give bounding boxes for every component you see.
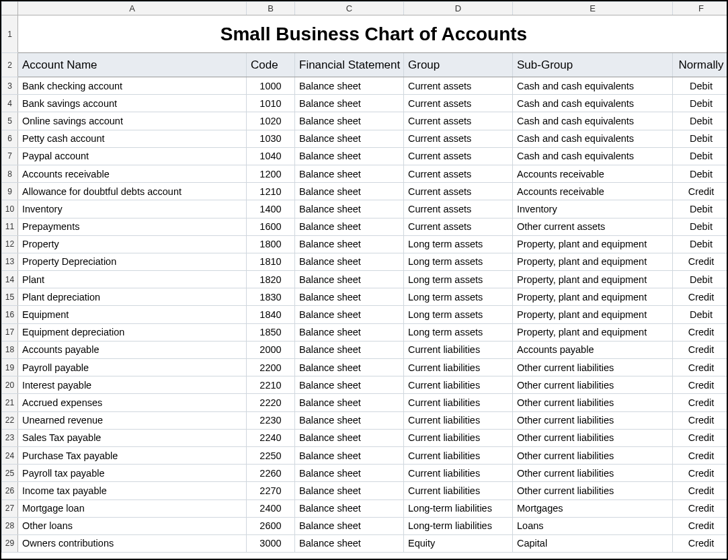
cell-group[interactable]: Current liabilities [404, 394, 513, 411]
cell-group[interactable]: Current assets [404, 183, 513, 200]
row-header-2[interactable]: 2 [2, 53, 18, 77]
cell-account-name[interactable]: Prepayments [18, 218, 247, 235]
cell-group[interactable]: Current assets [404, 165, 513, 182]
cell-normally[interactable]: Debit [673, 200, 729, 218]
cell-code[interactable]: 3000 [247, 534, 295, 552]
cell-code[interactable]: 2000 [247, 341, 295, 358]
cell-financial-statement[interactable]: Balance sheet [295, 429, 404, 446]
cell-account-name[interactable]: Paypal account [18, 147, 247, 165]
row-header-15[interactable]: 15 [2, 288, 18, 306]
row-header-22[interactable]: 22 [2, 411, 18, 429]
cell-account-name[interactable]: Plant depreciation [18, 288, 247, 306]
cell-normally[interactable]: Debit [673, 218, 729, 235]
cell-code[interactable]: 1600 [247, 218, 295, 235]
cell-normally[interactable]: Credit [673, 465, 729, 482]
cell-financial-statement[interactable]: Balance sheet [295, 394, 404, 411]
cell-sub-group[interactable]: Cash and cash equivalents [513, 112, 673, 130]
cell-normally[interactable]: Debit [673, 271, 729, 288]
cell-group[interactable]: Current liabilities [404, 376, 513, 394]
cell-financial-statement[interactable]: Balance sheet [295, 446, 404, 464]
row-header-13[interactable]: 13 [2, 253, 18, 270]
cell-code[interactable]: 2200 [247, 359, 295, 376]
cell-code[interactable]: 1820 [247, 271, 295, 288]
col-header-C[interactable]: C [295, 2, 404, 15]
cell-financial-statement[interactable]: Balance sheet [295, 376, 404, 394]
cell-group[interactable]: Current liabilities [404, 429, 513, 446]
row-header-20[interactable]: 20 [2, 376, 18, 394]
cell-normally[interactable]: Credit [673, 411, 729, 429]
cell-normally[interactable]: Credit [673, 253, 729, 270]
cell-normally[interactable]: Debit [673, 112, 729, 130]
cell-group[interactable]: Current liabilities [404, 465, 513, 482]
cell-normally[interactable]: Credit [673, 341, 729, 358]
cell-sub-group[interactable]: Property, plant and equipment [513, 235, 673, 253]
cell-account-name[interactable]: Owners contributions [18, 534, 247, 552]
cell-normally[interactable]: Debit [673, 95, 729, 112]
cell-sub-group[interactable]: Other current assets [513, 218, 673, 235]
cell-normally[interactable]: Debit [673, 235, 729, 253]
cell-sub-group[interactable]: Other current liabilities [513, 411, 673, 429]
cell-code[interactable]: 1850 [247, 323, 295, 341]
cell-financial-statement[interactable]: Balance sheet [295, 77, 404, 95]
header-sub-group[interactable]: Sub-Group [513, 53, 673, 77]
cell-sub-group[interactable]: Cash and cash equivalents [513, 130, 673, 147]
cell-account-name[interactable]: Bank checking account [18, 77, 247, 95]
row-header-25[interactable]: 25 [2, 465, 18, 482]
cell-sub-group[interactable]: Inventory [513, 200, 673, 218]
cell-financial-statement[interactable]: Balance sheet [295, 218, 404, 235]
cell-code[interactable]: 1810 [247, 253, 295, 270]
cell-account-name[interactable]: Accrued expenses [18, 394, 247, 411]
cell-financial-statement[interactable]: Balance sheet [295, 482, 404, 499]
cell-financial-statement[interactable]: Balance sheet [295, 165, 404, 182]
cell-code[interactable]: 2250 [247, 446, 295, 464]
cell-sub-group[interactable]: Other current liabilities [513, 465, 673, 482]
header-normally[interactable]: Normally [673, 53, 729, 77]
cell-financial-statement[interactable]: Balance sheet [295, 517, 404, 534]
cell-code[interactable]: 2240 [247, 429, 295, 446]
cell-code[interactable]: 2230 [247, 411, 295, 429]
cell-code[interactable]: 2400 [247, 499, 295, 517]
cell-group[interactable]: Current assets [404, 218, 513, 235]
col-header-B[interactable]: B [247, 2, 295, 15]
cell-group[interactable]: Current liabilities [404, 482, 513, 499]
cell-financial-statement[interactable]: Balance sheet [295, 112, 404, 130]
cell-account-name[interactable]: Bank savings account [18, 95, 247, 112]
cell-group[interactable]: Long term assets [404, 288, 513, 306]
cell-sub-group[interactable]: Other current liabilities [513, 446, 673, 464]
cell-normally[interactable]: Credit [673, 359, 729, 376]
cell-financial-statement[interactable]: Balance sheet [295, 359, 404, 376]
cell-account-name[interactable]: Petty cash account [18, 130, 247, 147]
cell-group[interactable]: Long term assets [404, 306, 513, 323]
row-header-18[interactable]: 18 [2, 341, 18, 358]
cell-sub-group[interactable]: Other current liabilities [513, 482, 673, 499]
cell-normally[interactable]: Credit [673, 376, 729, 394]
row-header-6[interactable]: 6 [2, 130, 18, 147]
cell-code[interactable]: 1020 [247, 112, 295, 130]
cell-sub-group[interactable]: Property, plant and equipment [513, 306, 673, 323]
row-header-4[interactable]: 4 [2, 95, 18, 112]
cell-financial-statement[interactable]: Balance sheet [295, 534, 404, 552]
row-header-12[interactable]: 12 [2, 235, 18, 253]
cell-group[interactable]: Current liabilities [404, 446, 513, 464]
cell-normally[interactable]: Debit [673, 130, 729, 147]
cell-sub-group[interactable]: Other current liabilities [513, 394, 673, 411]
cell-account-name[interactable]: Payroll tax payable [18, 465, 247, 482]
cell-code[interactable]: 2210 [247, 376, 295, 394]
cell-financial-statement[interactable]: Balance sheet [295, 95, 404, 112]
cell-financial-statement[interactable]: Balance sheet [295, 235, 404, 253]
cell-account-name[interactable]: Sales Tax payable [18, 429, 247, 446]
cell-financial-statement[interactable]: Balance sheet [295, 341, 404, 358]
row-header-19[interactable]: 19 [2, 359, 18, 376]
row-header-5[interactable]: 5 [2, 112, 18, 130]
cell-group[interactable]: Current liabilities [404, 359, 513, 376]
cell-group[interactable]: Current liabilities [404, 341, 513, 358]
cell-code[interactable]: 2270 [247, 482, 295, 499]
cell-code[interactable]: 1210 [247, 183, 295, 200]
cell-group[interactable]: Long-term liabilities [404, 499, 513, 517]
cell-group[interactable]: Current assets [404, 95, 513, 112]
cell-group[interactable]: Current assets [404, 112, 513, 130]
cell-normally[interactable]: Credit [673, 323, 729, 341]
row-header-16[interactable]: 16 [2, 306, 18, 323]
row-header-11[interactable]: 11 [2, 218, 18, 235]
row-header-29[interactable]: 29 [2, 534, 18, 552]
